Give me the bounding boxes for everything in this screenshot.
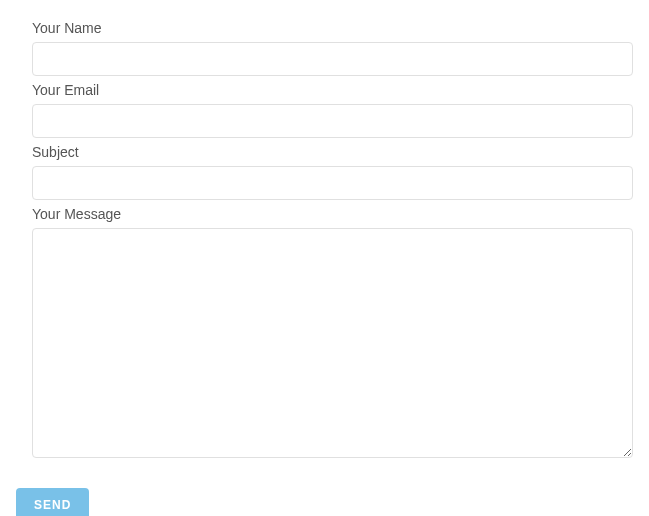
subject-label: Subject — [32, 144, 633, 160]
subject-group: Subject — [16, 144, 633, 206]
email-group: Your Email — [16, 82, 633, 144]
contact-form: Your Name Your Email Subject Your Messag… — [16, 20, 633, 516]
email-input[interactable] — [32, 104, 633, 138]
name-input[interactable] — [32, 42, 633, 76]
message-label: Your Message — [32, 206, 633, 222]
name-label: Your Name — [32, 20, 633, 36]
send-button[interactable]: SEND — [16, 488, 89, 516]
email-label: Your Email — [32, 82, 633, 98]
message-textarea[interactable] — [32, 228, 633, 458]
subject-input[interactable] — [32, 166, 633, 200]
message-group: Your Message — [16, 206, 633, 488]
name-group: Your Name — [16, 20, 633, 82]
